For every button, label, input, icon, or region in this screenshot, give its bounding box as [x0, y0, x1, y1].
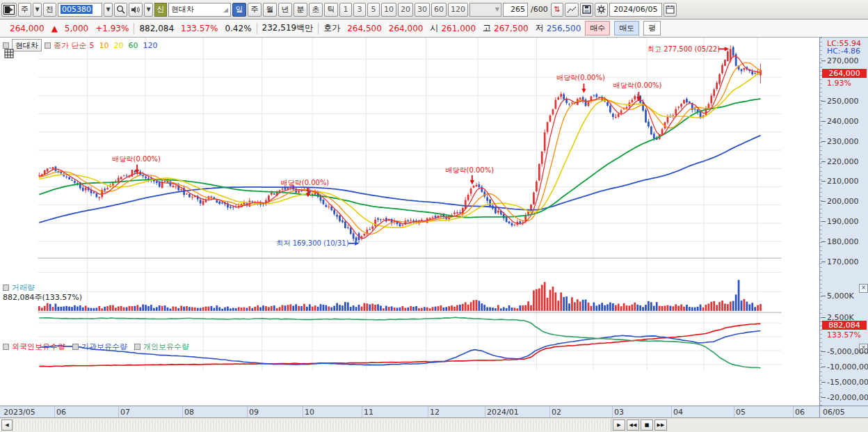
legend-bullet — [3, 285, 9, 291]
quick-period-button[interactable]: 주 — [18, 3, 31, 17]
holdings-legend-기관보유수량: 기관보유수량 — [81, 342, 127, 352]
save-button[interactable] — [580, 3, 593, 17]
svg-text:배당락(0.00%): 배당락(0.00%) — [281, 179, 329, 186]
interval-button-20[interactable]: 20 — [398, 3, 413, 17]
time-tick — [612, 406, 613, 417]
time-label-2023/05: 2023/05 — [3, 408, 35, 417]
play-button[interactable]: ▶ — [613, 419, 625, 431]
svg-text:배당락(0.00%): 배당락(0.00%) — [613, 81, 661, 89]
scroll-left-button[interactable]: ◀ — [1, 419, 13, 431]
price-tick-210,000: 210,000 — [827, 177, 859, 186]
chart-scrollbar[interactable] — [0, 419, 611, 431]
shift-bars-button[interactable]: ⇅ — [551, 3, 563, 17]
code-dropdown-icon[interactable]: ▼ — [104, 3, 113, 17]
trendline-tool-button[interactable] — [565, 3, 579, 17]
legend-bullet — [45, 42, 51, 49]
period-tab-틱[interactable]: 틱 — [324, 3, 338, 17]
interval-button-5[interactable]: 5 — [367, 3, 380, 17]
quote-row: 264,000 ▲ 5,000 +1.93% 882,084 133.57% 0… — [0, 19, 868, 38]
ma-period-120: 120 — [143, 41, 158, 50]
legend-bullet — [3, 344, 9, 350]
price-axis[interactable]: LC:55.94 HC:-4.86 264,000 1.93% 882,084 … — [819, 38, 868, 406]
sound-button[interactable] — [129, 3, 143, 17]
price-change: 5,000 — [65, 24, 88, 33]
price-tick-170,000: 170,000 — [827, 257, 859, 266]
period-tab-분[interactable]: 분 — [294, 3, 307, 17]
stop-button[interactable]: ■ — [641, 419, 653, 431]
interval-button-30[interactable]: 30 — [415, 3, 430, 17]
search-button[interactable] — [114, 3, 127, 17]
time-axis[interactable]: 06/05 2023/05060708091011122024/01020304… — [0, 406, 868, 417]
chart-panel-icon[interactable] — [1, 3, 17, 17]
period-tab-주[interactable]: 주 — [248, 3, 262, 17]
volume-title: 거래량 — [12, 282, 35, 293]
last-price: 264,000 — [10, 24, 45, 33]
top-toolbar: 주 ▼ 전 005380 ▼ ▼ 신 현대차◢ 일주월년분초틱 13510203… — [0, 0, 868, 19]
price-tick-190,000: 190,000 — [827, 217, 859, 226]
svg-text:배당락(0.00%): 배당락(0.00%) — [556, 74, 604, 81]
sell-button[interactable]: 매도 — [614, 21, 639, 35]
period-tab-초[interactable]: 초 — [309, 3, 323, 17]
volume-ratio: 133.57% — [181, 24, 218, 33]
bottom-toolbar: ◀ ▶◀◀■▶▶ ⧉⊡↗╀┴┼∿▦−+A — [0, 417, 868, 432]
interval-button-1[interactable]: 1 — [339, 3, 352, 17]
stock-name-field[interactable]: 현대차◢ — [168, 3, 231, 17]
time-tick — [247, 406, 248, 417]
price-tick-270,000: 270,000 — [827, 56, 859, 65]
time-tick — [182, 406, 183, 417]
holdings-legend-개인보유수량: 개인보유수량 — [143, 342, 189, 352]
low-price: 256,500 — [547, 24, 581, 33]
bar-count-input[interactable]: 265 — [503, 3, 528, 17]
price-tick-230,000: 230,000 — [827, 137, 859, 146]
date-input[interactable]: 2024/06/05 — [609, 3, 662, 17]
svg-text:최고 277,500 (05/22): 최고 277,500 (05/22) — [648, 45, 720, 53]
period-tab-group: 일주월년분초틱 — [232, 3, 338, 17]
time-label-08: 08 — [184, 408, 194, 417]
ma-period-5: 5 — [90, 41, 95, 50]
divider — [318, 23, 319, 34]
ma-period-10: 10 — [99, 41, 109, 50]
volume-tick-5,000K: 5,000K — [827, 291, 854, 301]
stock-code-input[interactable]: 005380 — [58, 3, 102, 17]
sound-dropdown-icon[interactable]: ▼ — [144, 3, 153, 17]
time-tick — [793, 406, 794, 417]
playback-controls: ▶◀◀■▶▶ — [613, 419, 667, 431]
settings-button[interactable] — [595, 3, 608, 17]
price-tick-250,000: 250,000 — [827, 97, 859, 106]
period-tab-년[interactable]: 년 — [278, 3, 292, 17]
time-label-02: 02 — [552, 408, 561, 417]
ask-price: 264,500 — [347, 24, 382, 33]
price-tick-220,000: 220,000 — [827, 157, 859, 166]
volume-value: 882,084 — [139, 24, 174, 33]
period-tab-일[interactable]: 일 — [232, 3, 246, 17]
time-label-12: 12 — [430, 408, 440, 417]
quick-period-dropdown-icon[interactable]: ▼ — [33, 3, 42, 17]
volume-pane-close-icon[interactable]: × — [859, 284, 868, 293]
period-tab-월[interactable]: 월 — [263, 3, 277, 17]
avg-button[interactable]: 평 — [643, 21, 661, 35]
interval-button-group: 13510203060120 — [339, 3, 468, 17]
hc-readout: HC:-4.86 — [827, 47, 860, 56]
calendar-button[interactable] — [664, 3, 677, 17]
prev-button[interactable]: 전 — [43, 3, 56, 17]
interval-button-120[interactable]: 120 — [448, 3, 468, 17]
time-tick — [303, 406, 303, 417]
buy-button[interactable]: 매수 — [585, 21, 610, 35]
divider — [257, 23, 257, 34]
fast-forward-button[interactable]: ▶▶ — [654, 419, 667, 431]
time-label-11: 11 — [364, 408, 373, 417]
volume-pane-legend: 거래량 — [3, 282, 35, 293]
empty-combo[interactable]: ▼ — [469, 3, 501, 17]
grid-icon — [4, 49, 14, 58]
rewind-button[interactable]: ◀◀ — [627, 419, 639, 431]
grid-toggle-button[interactable] — [4, 49, 14, 61]
ma-period-list: 5102060120 — [90, 41, 158, 50]
floppy-disk-icon — [582, 5, 591, 14]
interval-button-60[interactable]: 60 — [431, 3, 447, 17]
symbol-chip[interactable]: 현대차 — [12, 39, 42, 51]
interval-button-3[interactable]: 3 — [353, 3, 366, 17]
current-volume-box: 882,084 — [822, 321, 867, 330]
time-axis-corner-label: 06/05 — [823, 408, 845, 417]
interval-button-10[interactable]: 10 — [381, 3, 396, 17]
trendline-icon — [567, 6, 577, 14]
